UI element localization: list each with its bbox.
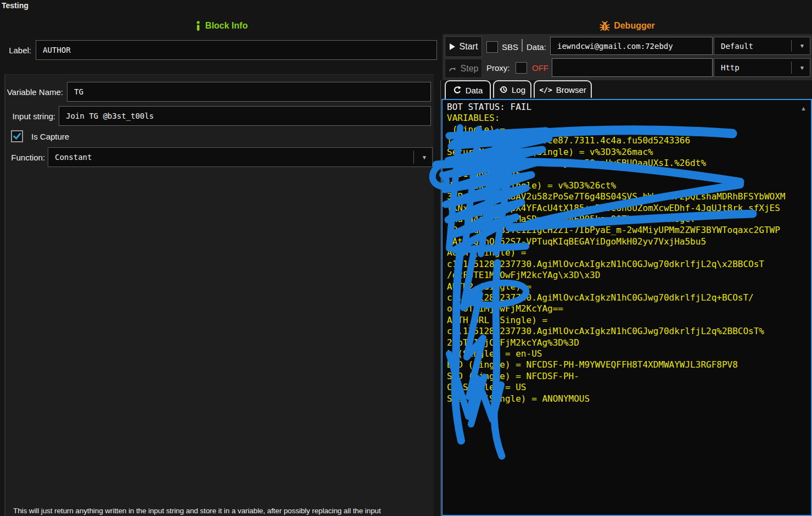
start-button[interactable]: Start xyxy=(445,36,482,57)
input-string-input[interactable]: Join TG @b3st_t00ls xyxy=(59,106,431,126)
debugger-title: Debugger xyxy=(614,21,655,31)
input-string-value: Join TG @b3st_t00ls xyxy=(59,112,154,120)
output-line: Status (Single) = ANONYMOUS xyxy=(447,393,811,404)
label-input[interactable]: AUTHOR xyxy=(36,40,437,60)
sbs-checkbox[interactable] xyxy=(486,41,498,53)
block-info-header: Block Info xyxy=(0,20,443,32)
output-line: AUTH2 (Single) = xyxy=(447,281,811,292)
block-info-title: Block Info xyxy=(205,21,248,31)
tab-browser[interactable]: </> Browser xyxy=(534,80,592,98)
dropdown-separator xyxy=(791,62,792,74)
input-string-label: Input string: xyxy=(5,106,55,126)
output-line: 3xuta4iu/buAaMaSDucT5omAEP05kpwO0TLnnHfZ… xyxy=(447,214,811,225)
output-line: %3D17560238025 xyxy=(447,169,811,180)
output-line: o2FoTE1MjOwFjM2KcYAg== xyxy=(447,303,811,314)
data-label: Data: xyxy=(527,40,546,54)
debugger-tabs: Data Log </> Browser xyxy=(443,80,812,99)
output-lines: VARIABLES: (Single) =flwssn (Single) = f… xyxy=(447,113,811,404)
chevron-down-icon[interactable]: ▼ xyxy=(799,37,805,54)
chevron-down-icon[interactable]: ▼ xyxy=(799,59,805,76)
code-icon: </> xyxy=(539,86,552,94)
output-line: SID (Single) = NFCDSF-PH- xyxy=(447,371,811,382)
app-window: Testing Block Info Label: AUTHOR Variabl… xyxy=(0,0,812,516)
tab-data[interactable]: Data xyxy=(445,80,491,99)
window-title: Testing xyxy=(2,1,29,10)
variable-name-input[interactable]: TG xyxy=(67,82,431,102)
data-input-value: iewndcwi@gmail.com:72ebdy xyxy=(551,42,673,51)
step-button-label: Step xyxy=(461,64,479,74)
proxy-label: Proxy: xyxy=(486,60,510,75)
variable-name-label: Variable Name: xyxy=(5,82,63,102)
proxy-checkbox[interactable] xyxy=(516,62,527,74)
output-line: lKNxLwhb2RZnpX4YFAcU4tX185+wEh3C6noUZomX… xyxy=(447,203,811,214)
data-input[interactable]: iewndcwi@gmail.com:72ebdy xyxy=(550,37,713,55)
controls-separator xyxy=(522,39,523,52)
output-line: AUTH (Single) = xyxy=(447,247,811,258)
chevron-down-icon[interactable]: ▼ xyxy=(422,148,427,167)
play-icon xyxy=(449,43,456,51)
output-line: 2FoTE1MjCwFjM2kcYAg%3D%3D xyxy=(447,337,811,348)
wordlist-type-dropdown[interactable]: Default ▼ xyxy=(714,37,810,55)
output-line: L (Single) = en-US xyxy=(447,348,811,359)
block-settings-panel: Variable Name: TG Input string: Join TG … xyxy=(4,74,434,516)
output-line: AUTH_URL (Single) = xyxy=(447,315,811,326)
output-line: DAt6iQLnOn52S7-VPTuqKIqBEGAYiDgoMkH02yv7… xyxy=(447,236,811,247)
is-capture-label: Is Capture xyxy=(31,130,69,142)
block-help-text: This will just return anything written i… xyxy=(13,507,433,515)
refresh-icon xyxy=(453,86,462,95)
bug-icon xyxy=(600,21,610,31)
tab-browser-label: Browser xyxy=(556,85,586,95)
proxy-type-dropdown[interactable]: Http ▼ xyxy=(714,58,810,77)
proxy-off-status: OFF xyxy=(532,60,548,75)
proxy-type-value: Http xyxy=(721,59,740,76)
tab-log-label: Log xyxy=(512,85,525,95)
function-dropdown[interactable]: Constant ▼ xyxy=(48,147,433,167)
step-button[interactable]: Step xyxy=(445,59,482,78)
output-line: flwssn (Single) = fce87.7311.4c4a.fu50d5… xyxy=(447,135,811,146)
output-line: C (Single) = US xyxy=(447,382,811,393)
output-line: (Single) = xyxy=(447,124,811,135)
tab-data-label: Data xyxy=(466,86,483,95)
label-field-label: Label: xyxy=(0,40,31,60)
start-button-label: Start xyxy=(460,42,478,52)
output-line: BID (Single) = NFCDSF-PH-M9YWVEQFFH8T4XD… xyxy=(447,359,811,370)
variable-name-value: TG xyxy=(68,87,83,96)
checkmark-icon xyxy=(13,132,21,141)
debugger-controls: Start Step SBS Data: iewndcwi@gmail.com:… xyxy=(443,34,812,80)
is-capture-checkbox[interactable] xyxy=(11,130,23,142)
output-line: SecureNetflixId (Single) = v%3D3%26mac% xyxy=(447,147,811,158)
wordlist-type-value: Default xyxy=(721,37,753,54)
proxy-input[interactable] xyxy=(552,58,713,77)
tab-log[interactable]: Log xyxy=(493,80,531,98)
history-icon xyxy=(499,85,508,94)
output-line: 3LPgJQQvcAxK8AV2u58zPoSe7T6g4BS04SVS_hWs… xyxy=(447,191,811,202)
output-line: /o2FoTE1MjOwFjM2kcYAg\x3D\x3D xyxy=(447,270,811,281)
panel-splitter[interactable] xyxy=(440,80,441,516)
output-line: AQEAQABABSDUUFaabYUt0TjLao5OvpHvSBUQaaUX… xyxy=(447,158,811,169)
scroll-up-arrow[interactable]: ▲ xyxy=(800,106,807,112)
dropdown-separator xyxy=(413,151,414,164)
step-arrow-icon xyxy=(449,65,457,73)
debugger-header: Debugger xyxy=(443,20,812,32)
output-line: c1.1751280237730.AgiMlOvcAxIgkzN1hC0GJwg… xyxy=(447,292,811,303)
output-line: NetflixId (Single) = v%3D3%26ct% xyxy=(447,180,811,191)
output-line: c1.1751280237730.AgiMlOvcAxIgkzN1hC0GJwg… xyxy=(447,326,811,337)
debugger-output-console[interactable]: BOT STATUS: FAIL VARIABLES: (Single) =fl… xyxy=(441,99,812,516)
bot-status-line: BOT STATUS: FAIL xyxy=(447,102,811,113)
function-label: Function: xyxy=(5,147,45,167)
info-icon xyxy=(195,21,201,31)
function-value: Constant xyxy=(55,148,92,167)
sbs-label: SBS xyxy=(502,40,518,54)
label-input-value: AUTHOR xyxy=(36,46,71,54)
dropdown-separator xyxy=(791,40,792,52)
output-line: L0wt9dK9tl8JYc1ZIgCH2Z1-7IbPyaE_m-2w4Miy… xyxy=(447,225,811,236)
output-line: c1.1751280237730.AgiMlOvcAxIgkzN1hC0GJwg… xyxy=(447,259,811,270)
output-line: VARIABLES: xyxy=(447,113,811,124)
